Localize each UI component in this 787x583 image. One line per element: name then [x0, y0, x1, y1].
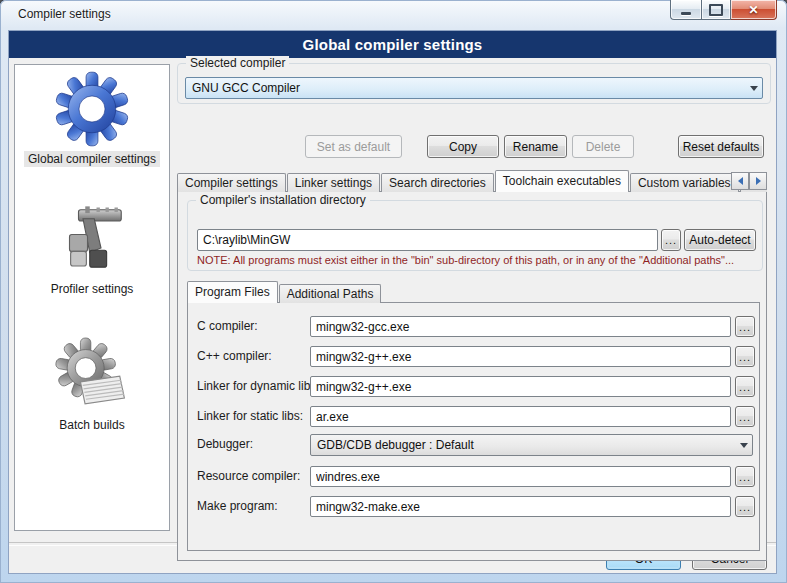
dynamic-linker-browse-button[interactable]: ...	[735, 376, 755, 397]
debugger-combo[interactable]: GDB/CDB debugger : Default	[310, 434, 753, 456]
close-button[interactable]: ✕	[731, 0, 777, 20]
settings-category-sidebar: Global compiler settings	[14, 64, 170, 531]
field-label: Resource compiler:	[197, 469, 300, 483]
caliper-icon	[56, 201, 128, 277]
installation-directory-group: Compiler's installation directory ... Au…	[187, 200, 763, 271]
sidebar-item-batch-builds[interactable]: Batch builds	[15, 337, 169, 433]
settings-notebook: Compiler settings Linker settings Search…	[177, 169, 767, 561]
tab-toolchain-executables[interactable]: Toolchain executables	[495, 170, 629, 192]
rename-button[interactable]: Rename	[504, 135, 567, 158]
program-files-page: C compiler: ... C++ compiler: ...	[187, 302, 760, 551]
toolchain-executables-page: Compiler's installation directory ... Au…	[177, 191, 767, 561]
selected-compiler-combo[interactable]: GNU GCC Compiler	[185, 77, 763, 99]
cpp-compiler-browse-button[interactable]: ...	[735, 346, 755, 367]
chevron-down-icon	[745, 78, 762, 98]
make-program-browse-button[interactable]: ...	[735, 496, 755, 517]
field-label: Make program:	[197, 499, 278, 513]
compiler-settings-window: Compiler settings ✕ Global compiler sett…	[0, 0, 787, 583]
debugger-value: GDB/CDB debugger : Default	[311, 438, 735, 452]
field-label: C compiler:	[197, 319, 258, 333]
resource-compiler-input[interactable]	[310, 466, 731, 487]
tab-scroll-left-button[interactable]	[731, 172, 749, 190]
tab-custom-variables[interactable]: Custom variables	[630, 173, 739, 192]
field-row-cpp-compiler: C++ compiler: ...	[188, 346, 759, 368]
tab-scroll-right-button[interactable]	[749, 172, 767, 190]
chevron-down-icon	[735, 435, 752, 455]
field-row-resource-compiler: Resource compiler: ...	[188, 466, 759, 488]
set-as-default-button[interactable]: Set as default	[305, 135, 402, 158]
sidebar-item-label: Global compiler settings	[24, 151, 160, 167]
c-compiler-input[interactable]	[310, 316, 731, 337]
dynamic-linker-input[interactable]	[310, 376, 731, 397]
blue-gear-icon	[54, 71, 130, 147]
close-icon: ✕	[748, 4, 758, 16]
delete-button[interactable]: Delete	[572, 135, 634, 158]
selected-compiler-group-label: Selected compiler	[186, 56, 289, 70]
field-row-debugger: Debugger: GDB/CDB debugger : Default	[188, 434, 759, 456]
sidebar-item-label: Profiler settings	[47, 281, 138, 297]
resource-compiler-browse-button[interactable]: ...	[735, 466, 755, 487]
minimize-icon	[681, 12, 691, 15]
static-linker-input[interactable]	[310, 406, 731, 427]
dialog-client-area: Global compiler settings	[8, 30, 777, 574]
installation-browse-button[interactable]: ...	[661, 229, 681, 251]
selected-compiler-value: GNU GCC Compiler	[186, 81, 745, 95]
program-files-tabstrip: Program Files Additional Paths	[187, 280, 760, 303]
maximize-icon	[709, 4, 723, 16]
reset-defaults-button[interactable]: Reset defaults	[678, 135, 764, 158]
installation-directory-group-label: Compiler's installation directory	[196, 193, 370, 207]
program-files-notebook: Program Files Additional Paths C compile…	[187, 280, 760, 551]
sidebar-item-label: Batch builds	[55, 417, 128, 433]
make-program-input[interactable]	[310, 496, 731, 517]
maximize-button[interactable]	[701, 0, 731, 20]
auto-detect-button[interactable]: Auto-detect	[684, 229, 756, 251]
tab-program-files[interactable]: Program Files	[187, 281, 278, 303]
titlebar[interactable]: Compiler settings ✕	[0, 0, 787, 30]
field-row-make-program: Make program: ...	[188, 496, 759, 518]
settings-tabstrip: Compiler settings Linker settings Search…	[177, 169, 767, 192]
sidebar-item-profiler-settings[interactable]: Profiler settings	[15, 201, 169, 297]
copy-button[interactable]: Copy	[427, 135, 499, 158]
static-linker-browse-button[interactable]: ...	[735, 406, 755, 427]
field-label: Debugger:	[197, 437, 253, 451]
sidebar-item-global-compiler-settings[interactable]: Global compiler settings	[15, 71, 169, 167]
tab-scroll-buttons	[731, 172, 767, 190]
arrow-left-icon	[738, 177, 743, 185]
c-compiler-browse-button[interactable]: ...	[735, 316, 755, 337]
installation-directory-input[interactable]	[197, 229, 658, 251]
tab-linker-settings[interactable]: Linker settings	[287, 173, 380, 192]
field-row-dynamic-linker: Linker for dynamic libs: ...	[188, 376, 759, 398]
field-label: C++ compiler:	[197, 349, 272, 363]
selected-compiler-group: Selected compiler GNU GCC Compiler	[177, 63, 771, 104]
field-row-static-linker: Linker for static libs: ...	[188, 406, 759, 428]
window-controls: ✕	[670, 0, 777, 20]
compiler-actions-row: Set as default Copy Rename Delete Reset …	[177, 135, 771, 158]
minimize-button[interactable]	[670, 0, 701, 20]
tab-additional-paths[interactable]: Additional Paths	[279, 284, 382, 303]
field-label: Linker for static libs:	[197, 409, 303, 423]
tab-search-directories[interactable]: Search directories	[381, 173, 494, 192]
page-title: Global compiler settings	[303, 36, 483, 53]
tab-compiler-settings[interactable]: Compiler settings	[177, 173, 286, 192]
installation-note: NOTE: All programs must exist either in …	[197, 254, 758, 266]
cpp-compiler-input[interactable]	[310, 346, 731, 367]
field-row-c-compiler: C compiler: ...	[188, 316, 759, 338]
dialog-header: Global compiler settings	[9, 31, 776, 58]
window-title: Compiler settings	[18, 7, 111, 21]
arrow-right-icon	[756, 177, 761, 185]
gray-gear-stack-icon	[55, 337, 129, 413]
field-label: Linker for dynamic libs:	[197, 379, 320, 393]
